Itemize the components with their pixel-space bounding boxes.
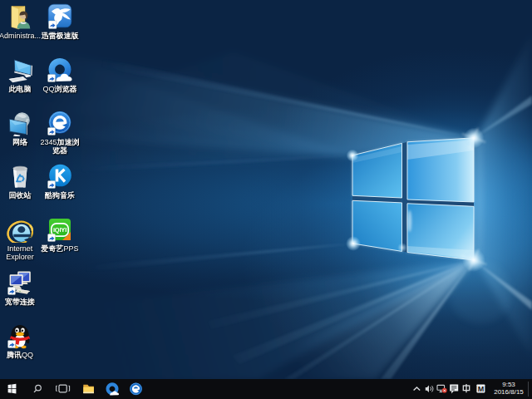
svg-text:iQIYI: iQIYI [53, 226, 66, 234]
svg-text:M: M [478, 385, 485, 393]
